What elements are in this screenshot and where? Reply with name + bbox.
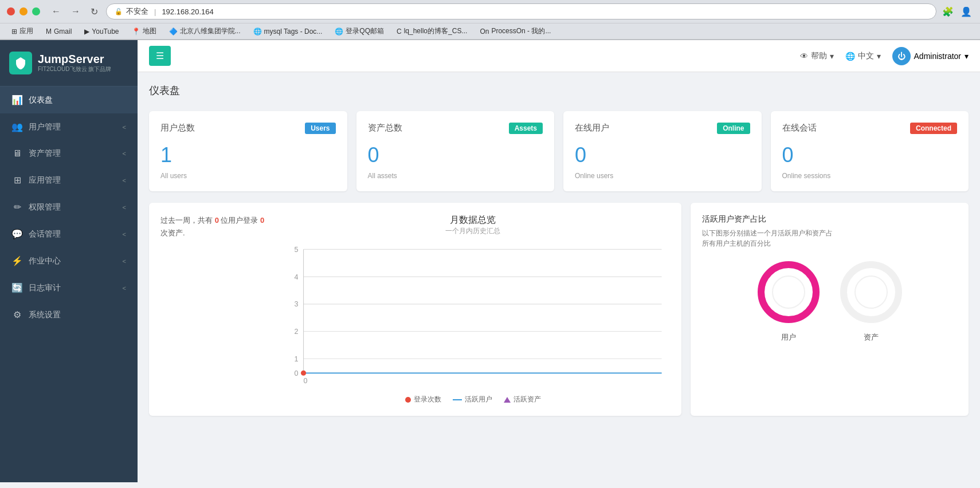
bookmark-label: Gmail xyxy=(54,27,72,36)
stat-number: 0 xyxy=(368,143,543,167)
browser-back-btn[interactable]: ← xyxy=(48,5,64,18)
monthly-chart-card: 过去一周，共有 0 位用户登录 0 次资产. 月数据总览 一个 xyxy=(149,203,681,416)
nav-arrow-icon: < xyxy=(123,124,126,131)
lang-globe-icon: 🌐 xyxy=(845,52,855,61)
bookmark-label: 地图 xyxy=(143,26,156,36)
nav-arrow-icon: < xyxy=(123,177,126,184)
pie-chart-card: 活跃用户资产占比 以下图形分别描述一个月活跃用户和资产占所有用户主机的百分比 xyxy=(691,203,969,416)
user-label: Administrator xyxy=(914,52,961,61)
browser-minimize-btn[interactable] xyxy=(19,7,28,15)
bookmark-label: mysql Tags - Doc... xyxy=(264,27,323,36)
bookmark-item[interactable]: MGmail xyxy=(41,26,76,37)
bookmark-icon: On xyxy=(480,27,489,36)
browser-maximize-btn[interactable] xyxy=(32,7,40,15)
help-menu[interactable]: 👁 帮助 ▾ xyxy=(800,51,834,61)
nav-label: 用户管理 xyxy=(29,122,61,132)
bookmark-item[interactable]: 🌐登录QQ邮箱 xyxy=(330,25,389,37)
logo-sub-text: FIT2CLOUD飞致云 旗下品牌 xyxy=(38,65,111,73)
line-chart: 5 4 3 2 1 0 0 xyxy=(276,243,670,388)
nav-label: 会话管理 xyxy=(29,229,61,239)
bookmark-icon: C xyxy=(397,27,402,36)
sidebar: JumpServer FIT2CLOUD飞致云 旗下品牌 📊 仪表盘 👥 用户管… xyxy=(0,40,138,482)
bookmark-icon: 🌐 xyxy=(253,27,262,36)
legend-active-assets: 活跃资产 xyxy=(504,395,541,404)
legend-active-users-label: 活跃用户 xyxy=(465,395,492,404)
nav-icon: ✏ xyxy=(11,202,23,212)
bookmark-item[interactable]: OnProcessOn - 我的... xyxy=(475,25,555,37)
bookmark-label: 北京八维集团学院... xyxy=(180,26,241,36)
sidebar-nav-item-仪表盘[interactable]: 📊 仪表盘 xyxy=(0,86,138,113)
nav-label: 权限管理 xyxy=(29,202,61,212)
monthly-chart-title: 月数据总览 xyxy=(276,214,670,226)
profile-btn[interactable]: 👤 xyxy=(959,5,973,18)
browser-refresh-btn[interactable]: ↻ xyxy=(87,5,101,18)
extensions-btn[interactable]: 🧩 xyxy=(941,5,955,18)
svg-point-21 xyxy=(853,274,889,310)
weekly-text-before: 过去一周，共有 xyxy=(160,216,213,225)
nav-label: 日志审计 xyxy=(29,283,61,293)
sidebar-nav-item-作业中心[interactable]: ⚡ 作业中心 < xyxy=(0,247,138,274)
nav-arrow-icon: < xyxy=(123,231,126,238)
sidebar-nav-item-用户管理[interactable]: 👥 用户管理 < xyxy=(0,113,138,140)
sidebar-nav-item-会话管理[interactable]: 💬 会话管理 < xyxy=(0,221,138,247)
stat-badge: Assets xyxy=(509,123,543,134)
stats-row: 用户总数 Users 1 All users 资产总数 Assets 0 All… xyxy=(149,111,969,191)
lang-label: 中文 xyxy=(858,51,874,61)
svg-text:0: 0 xyxy=(295,369,299,377)
nav-label: 应用管理 xyxy=(29,175,61,186)
legend-active-users: 活跃用户 xyxy=(453,395,492,404)
nav-icon: 🔄 xyxy=(11,282,23,293)
charts-row: 过去一周，共有 0 位用户登录 0 次资产. 月数据总览 一个 xyxy=(149,203,969,416)
bookmark-item[interactable]: 📍地图 xyxy=(127,25,161,37)
weekly-text-middle: 位用户登录 xyxy=(221,216,258,225)
sidebar-nav-item-权限管理[interactable]: ✏ 权限管理 < xyxy=(0,194,138,221)
bookmark-icon: 🔷 xyxy=(169,27,178,36)
sidebar-nav-item-应用管理[interactable]: ⊞ 应用管理 < xyxy=(0,167,138,194)
bookmark-item[interactable]: ⊞应用 xyxy=(7,25,38,37)
stat-label: Online sessions xyxy=(782,172,958,180)
nav-arrow-icon: < xyxy=(123,285,126,292)
sidebar-nav-item-系统设置[interactable]: ⚙ 系统设置 xyxy=(0,301,138,328)
bookmark-icon: ⊞ xyxy=(11,27,17,36)
pie-users-svg xyxy=(754,258,823,326)
svg-point-15 xyxy=(301,371,306,376)
bookmark-label: YouTube xyxy=(92,27,119,36)
pie-section-desc: 以下图形分别描述一个月活跃用户和资产占所有用户主机的百分比 xyxy=(702,228,957,249)
svg-text:1: 1 xyxy=(295,355,299,363)
security-icon: 🔓 xyxy=(115,8,123,15)
main-content: 仪表盘 用户总数 Users 1 All users 资产总数 Assets 0… xyxy=(138,72,980,482)
pie-section-title: 活跃用户资产占比 xyxy=(702,214,957,225)
pie-assets: 资产 xyxy=(837,258,905,343)
user-menu[interactable]: ⏻ Administrator ▾ xyxy=(892,47,969,65)
stat-label: Online users xyxy=(575,172,750,180)
browser-forward-btn[interactable]: → xyxy=(68,5,84,18)
stat-badge: Users xyxy=(305,123,335,134)
stat-card-title: 在线会话 xyxy=(782,123,817,133)
nav-arrow-icon: < xyxy=(123,204,126,211)
nav-arrow-icon: < xyxy=(123,150,126,157)
nav-icon: ⚡ xyxy=(11,255,23,266)
browser-close-btn[interactable] xyxy=(7,7,15,15)
sidebar-logo: JumpServer FIT2CLOUD飞致云 旗下品牌 xyxy=(0,40,138,86)
stat-badge: Online xyxy=(717,123,750,134)
pie-charts-row: 用户 资产 xyxy=(702,258,957,343)
pie-assets-label: 资产 xyxy=(864,332,879,343)
bookmark-item[interactable]: Clq_hello的博客_CS... xyxy=(392,25,472,37)
sidebar-nav-item-资产管理[interactable]: 🖥 资产管理 < xyxy=(0,140,138,167)
nav-icon: 📊 xyxy=(11,95,23,105)
user-avatar-btn[interactable]: ⏻ xyxy=(892,47,911,65)
bookmark-item[interactable]: ▶YouTube xyxy=(80,26,123,37)
nav-icon: 💬 xyxy=(11,229,23,239)
address-bar[interactable]: 🔓 不安全 | 192.168.20.164 xyxy=(106,3,936,19)
svg-text:0: 0 xyxy=(304,377,308,385)
page-title: 仪表盘 xyxy=(149,84,969,97)
lang-menu[interactable]: 🌐 中文 ▾ xyxy=(845,51,881,61)
help-arrow-icon: ▾ xyxy=(830,52,834,61)
bookmark-item[interactable]: 🌐mysql Tags - Doc... xyxy=(249,26,327,37)
sidebar-nav-item-日志审计[interactable]: 🔄 日志审计 < xyxy=(0,274,138,301)
stat-card-Users: 用户总数 Users 1 All users xyxy=(149,111,347,191)
bookmark-icon: ▶ xyxy=(84,27,89,36)
bookmark-item[interactable]: 🔷北京八维集团学院... xyxy=(164,25,245,37)
hamburger-button[interactable]: ☰ xyxy=(149,46,171,66)
stat-card-Online: 在线用户 Online 0 Online users xyxy=(563,111,762,191)
